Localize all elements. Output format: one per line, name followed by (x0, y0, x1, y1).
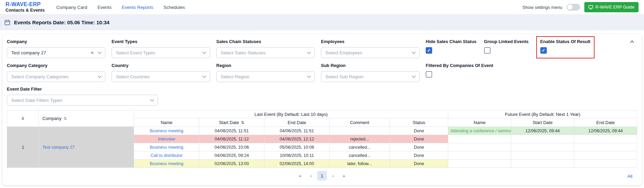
column-header-future-start-date: Start Date (511, 118, 574, 127)
company-index-cell: 1 (7, 127, 39, 168)
chevron-down-icon (307, 50, 311, 54)
event-name-link[interactable]: Interview (158, 137, 175, 142)
pagination-next-button[interactable]: › (328, 171, 338, 180)
future-event-name-cell (448, 143, 511, 151)
guide-icon (588, 5, 593, 10)
filter-sub-region: Sub Region Select Sub Region (321, 63, 420, 82)
future-event-end-date-cell (574, 160, 637, 168)
app-subtitle: Contacts & Events (5, 8, 45, 13)
nav-schedules[interactable]: Schedules (163, 5, 185, 10)
column-header-start-date: Start Date⇅ (199, 118, 264, 127)
sort-icon[interactable]: ⇅ (63, 116, 67, 121)
column-header-index: # (7, 110, 39, 127)
column-header-future-name: Name (448, 118, 511, 127)
app-brand: R-WAVE-ERP (5, 1, 45, 8)
filter-region: Region Select Region (216, 63, 315, 82)
chevron-down-icon (150, 97, 154, 101)
event-date-filter-placeholder: Select Date Filters Types (11, 98, 151, 103)
event-name-cell: Business meeting (134, 160, 199, 168)
filter-filtered-by-companies-of-event: Filtered By Companies Of Event (426, 63, 493, 78)
hide-sales-chain-status-label: Hide Sales Chain Status (426, 39, 477, 44)
event-status-cell: Done (390, 160, 448, 168)
filtered-by-companies-of-event-checkbox[interactable] (426, 71, 432, 78)
sort-icon[interactable]: ⇅ (241, 120, 244, 125)
chevron-down-icon (412, 74, 415, 78)
event-start-date-cell: 04/06/2025, 09:24 (199, 151, 264, 160)
future-event-start-date-cell (511, 151, 574, 160)
sales-chain-statuses-select[interactable]: Select Sales Statuses (216, 47, 315, 58)
company-filter-label: Company (7, 39, 105, 44)
company-select[interactable]: Test company 27 ✕ (7, 47, 105, 58)
future-event-start-date-cell (511, 143, 574, 151)
group-linked-events-checkbox[interactable] (484, 47, 491, 54)
future-event-start-date-cell (511, 135, 574, 143)
event-status-cell: Done (390, 135, 448, 143)
future-event-name-link[interactable]: Attending a conference / seminar (450, 129, 511, 133)
company-category-placeholder: Select Company Categories (11, 74, 98, 79)
filter-row-2: Company Category Select Company Categori… (7, 63, 637, 82)
pagination-first-button[interactable]: « (295, 171, 305, 180)
region-select[interactable]: Select Region (216, 71, 315, 82)
column-header-future-end-date: End Date (574, 118, 637, 127)
employees-select[interactable]: Select Employees (321, 47, 420, 58)
company-category-select[interactable]: Select Company Categories (7, 71, 105, 82)
future-event-end-date-cell (574, 151, 637, 160)
sales-chain-statuses-filter-label: Sales Chain Statuses (216, 39, 315, 44)
event-name-link[interactable]: Business meeting (150, 161, 184, 166)
event-comment-cell: later, follow... (330, 160, 390, 168)
hide-sales-chain-status-checkbox[interactable] (426, 47, 432, 54)
nav-events[interactable]: Events (98, 5, 112, 10)
event-end-date-cell: 04/06/2025, 11:51 (264, 127, 330, 135)
guide-button[interactable]: R-WAVE ERP Guide (584, 2, 639, 12)
event-comment-cell (330, 127, 390, 135)
sub-region-select[interactable]: Select Sub Region (321, 71, 420, 82)
event-name-cell: Business meeting (134, 143, 199, 151)
settings-toggle-label: Show settings menu (523, 5, 562, 10)
filter-enable-status-of-result: Enable Status Of Result (536, 36, 595, 58)
nav-company-card[interactable]: Company Card (56, 5, 87, 10)
chevron-down-icon (307, 74, 311, 78)
enable-status-of-result-checkbox[interactable] (540, 47, 547, 54)
pagination-prev-button[interactable]: ‹ (306, 171, 316, 180)
company-link[interactable]: Test company 27 (42, 145, 75, 150)
filter-company: Company Test company 27 ✕ (7, 39, 105, 58)
column-header-end-date: End Date (264, 118, 330, 127)
future-event-end-date-cell (574, 135, 637, 143)
filter-event-date: Event Date Filter Select Date Filters Ty… (7, 86, 158, 106)
sales-chain-statuses-placeholder: Select Sales Statuses (221, 50, 308, 55)
country-placeholder: Select Countries (116, 74, 203, 79)
company-category-filter-label: Company Category (7, 63, 105, 68)
region-placeholder: Select Region (221, 74, 308, 79)
country-select[interactable]: Select Countries (112, 71, 210, 82)
pagination-page-1[interactable]: 1 (317, 171, 327, 180)
company-select-value: Test company 27 (11, 50, 90, 55)
event-name-link[interactable]: Call to distributor (150, 153, 182, 158)
settings-toggle[interactable] (567, 4, 580, 11)
event-name-cell: Interview (134, 135, 199, 143)
filter-event-types: Event Types Select Event Types (112, 39, 210, 58)
future-event-name-cell (448, 135, 511, 143)
event-comment-cell: rejected... (330, 135, 390, 143)
column-header-company: Company⇅ (39, 110, 134, 127)
column-header-name: Name (134, 118, 199, 127)
event-types-select[interactable]: Select Event Types (112, 47, 210, 58)
guide-button-label: R-WAVE ERP Guide (596, 5, 634, 10)
event-name-link[interactable]: Business meeting (150, 129, 184, 133)
event-date-filter-select[interactable]: Select Date Filters Types (7, 95, 158, 106)
event-row-1: 1 Test company 27 Business meeting 04/06… (7, 127, 637, 135)
clear-icon[interactable]: ✕ (90, 50, 94, 55)
filter-row-1: Company Test company 27 ✕ Event Types Se… (7, 39, 637, 58)
chevron-down-icon (98, 50, 101, 54)
chevron-down-icon (412, 50, 415, 54)
nav-events-reports[interactable]: Events Reports (122, 5, 153, 10)
chevron-down-icon (202, 50, 206, 54)
employees-placeholder: Select Employees (325, 50, 412, 55)
pagination-last-button[interactable]: » (339, 171, 349, 180)
pagination-all-link[interactable]: All (627, 173, 632, 178)
event-start-date-cell: 04/06/2025, 11:12 (199, 135, 264, 143)
event-name-link[interactable]: Business meeting (150, 145, 184, 150)
sub-region-filter-label: Sub Region (321, 63, 420, 68)
future-event-end-date-cell (574, 143, 637, 151)
filter-country: Country Select Countries (112, 63, 210, 82)
main-nav: Company Card Events Events Reports Sched… (56, 5, 185, 10)
